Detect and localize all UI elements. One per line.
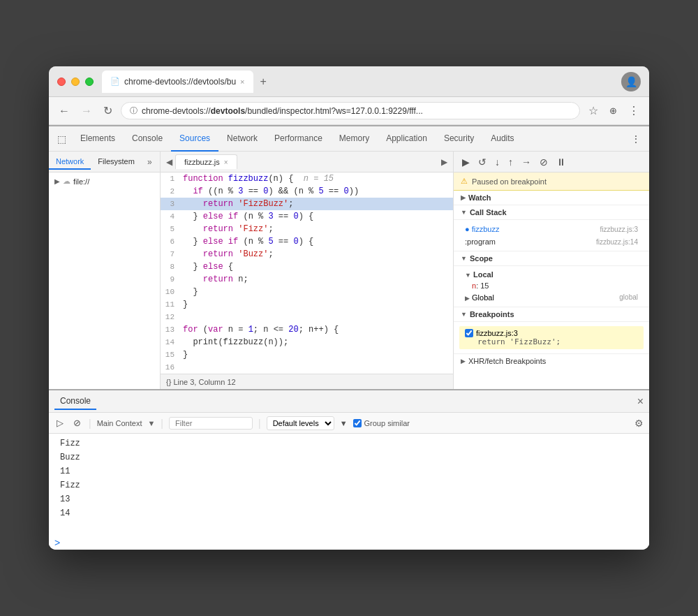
editor-tab-close-button[interactable]: × xyxy=(224,159,228,166)
breakpoints-section-header[interactable]: ▼ Breakpoints xyxy=(454,307,649,322)
xhr-section-header[interactable]: ▶ XHR/fetch Breakpoints xyxy=(454,353,649,368)
sidebar-more-button[interactable]: » xyxy=(142,154,158,170)
sources-sidebar-tabs: Network Filesystem » ⋮ xyxy=(49,152,160,173)
back-button[interactable]: ← xyxy=(56,102,73,120)
code-line-4: 4 } else if (n % 3 == 0) { xyxy=(161,210,453,223)
console-filter-input[interactable] xyxy=(169,417,253,430)
tab-title: chrome-devtools://devtools/bu xyxy=(124,77,236,87)
console-settings-button[interactable]: ⚙ xyxy=(634,418,644,429)
tree-item-label: file:// xyxy=(73,177,89,186)
call-stack-arrow-icon: ▼ xyxy=(461,209,467,216)
code-line-10: 10 } xyxy=(161,286,453,298)
tab-console[interactable]: Console xyxy=(124,126,171,152)
console-clear-button[interactable]: ▷ xyxy=(54,416,66,430)
console-output: Fizz Buzz 11 Fizz 13 14 xyxy=(49,434,649,536)
breakpoint-checkbox[interactable] xyxy=(465,329,473,337)
scope-global[interactable]: ▶ Global global xyxy=(461,291,642,304)
resume-button[interactable]: ▶ xyxy=(459,155,473,169)
minimize-button[interactable] xyxy=(71,78,80,86)
local-label: Local xyxy=(473,270,493,279)
code-line-12: 12 xyxy=(161,311,453,323)
more-tabs-button[interactable]: ⋮ xyxy=(625,126,646,151)
scope-body: ▼ Local n: 15 ▶ Global global xyxy=(454,266,649,307)
tab-memory[interactable]: Memory xyxy=(331,126,378,152)
devtools-panel: ⬚ Elements Console Sources Network Perfo… xyxy=(49,125,649,550)
sources-tree: ▶ ☁ file:// xyxy=(49,173,160,389)
sidebar-tab-filesystem[interactable]: Filesystem xyxy=(91,154,142,170)
profile-icon: 👤 xyxy=(625,76,637,87)
sidebar-tab-network[interactable]: Network xyxy=(49,154,91,170)
cursor-tool-button[interactable]: ⬚ xyxy=(52,126,72,151)
group-similar-checkbox[interactable] xyxy=(353,419,362,427)
watch-section-header[interactable]: ▶ Watch xyxy=(454,191,649,205)
cast-button[interactable]: ⊕ xyxy=(607,103,620,119)
sources-sidebar: Network Filesystem » ⋮ ▶ ☁ file:// xyxy=(49,152,161,389)
editor-back-button[interactable]: ◀ xyxy=(163,154,175,170)
tab-performance[interactable]: Performance xyxy=(266,126,331,152)
console-options-bar: ▷ ⊘ | Main Context ▼ | | Default levels … xyxy=(49,413,649,434)
breakpoint-item-1: fizzbuzz.js:3 return 'FizzBuzz'; xyxy=(459,326,644,349)
scope-label: Scope xyxy=(470,254,493,263)
console-tab[interactable]: Console xyxy=(54,393,96,410)
forward-button[interactable]: → xyxy=(78,102,95,120)
tab-network[interactable]: Network xyxy=(218,126,266,152)
scope-var-n-value: 15 xyxy=(480,281,489,290)
breakpoints-body: fizzbuzz.js:3 return 'FizzBuzz'; xyxy=(454,322,649,353)
maximize-button[interactable] xyxy=(85,78,94,86)
status-text: {} Line 3, Column 12 xyxy=(166,378,236,386)
step-over-button[interactable]: ↺ xyxy=(475,155,489,169)
xhr-label: XHR/fetch Breakpoints xyxy=(468,357,546,365)
console-level-select[interactable]: Default levels xyxy=(267,416,334,430)
tree-item-file[interactable]: ▶ ☁ file:// xyxy=(49,175,160,187)
browser-tab[interactable]: 📄 chrome-devtools://devtools/bu × xyxy=(102,71,253,93)
close-button[interactable] xyxy=(57,78,66,86)
step-into-button[interactable]: ↓ xyxy=(492,155,503,169)
step-button[interactable]: → xyxy=(519,155,534,169)
scope-section-header[interactable]: ▼ Scope xyxy=(454,251,649,266)
context-dropdown-arrow[interactable]: ▼ xyxy=(147,419,155,427)
pause-on-exceptions-button[interactable]: ⏸ xyxy=(554,155,569,169)
console-prompt[interactable]: > xyxy=(49,536,649,550)
tab-sources[interactable]: Sources xyxy=(171,126,218,152)
new-tab-button[interactable]: + xyxy=(256,71,271,92)
editor-play-button[interactable]: ▶ xyxy=(438,154,450,170)
scope-local[interactable]: ▼ Local xyxy=(461,269,642,280)
bookmark-button[interactable]: ☆ xyxy=(586,101,601,120)
call-stack-header[interactable]: ▼ Call Stack xyxy=(454,205,649,220)
breakpoint-code: return 'FizzBuzz'; xyxy=(465,337,638,346)
code-line-9: 9 return n; xyxy=(161,273,453,286)
tab-audits[interactable]: Audits xyxy=(482,126,522,152)
reload-button[interactable]: ↻ xyxy=(101,101,115,120)
tab-close-button[interactable]: × xyxy=(240,78,244,86)
deactivate-breakpoints-button[interactable]: ⊘ xyxy=(537,155,551,169)
tab-security[interactable]: Security xyxy=(436,126,482,152)
code-line-15: 15 } xyxy=(161,349,453,361)
more-menu-button[interactable]: ⋮ xyxy=(625,101,642,120)
profile-button[interactable]: 👤 xyxy=(621,72,641,91)
console-close-button[interactable]: × xyxy=(637,395,644,408)
breakpoints-arrow-icon: ▼ xyxy=(461,311,467,318)
breakpoints-label: Breakpoints xyxy=(470,310,514,318)
address-input[interactable]: ⓘ chrome-devtools://devtools/bundled/ins… xyxy=(121,102,580,119)
call-stack-item-program[interactable]: :program fizzbuzz.js:14 xyxy=(461,235,642,248)
tab-elements[interactable]: Elements xyxy=(72,126,124,152)
console-line-11: 11 xyxy=(49,464,649,478)
tab-icon: 📄 xyxy=(110,77,120,86)
editor-filename: fizzbuzz.js xyxy=(184,158,220,166)
console-line-buzz: Buzz xyxy=(49,450,649,464)
tab-application[interactable]: Application xyxy=(378,126,436,152)
code-line-8: 8 } else { xyxy=(161,261,453,273)
paused-banner: ⚠ Paused on breakpoint xyxy=(454,173,649,191)
global-value: global xyxy=(619,293,638,302)
console-line-14: 14 xyxy=(49,506,649,520)
fn-name: ● fizzbuzz xyxy=(465,225,499,233)
step-out-button[interactable]: ↑ xyxy=(505,155,516,169)
code-line-2: 2 if ((n % 3 == 0) && (n % 5 == 0)) xyxy=(161,185,453,198)
code-area[interactable]: 1 function fizzbuzz(n) { n = 15 2 if ((n… xyxy=(161,173,453,374)
fn-name-program: :program xyxy=(465,237,496,246)
editor-status-bar: {} Line 3, Column 12 xyxy=(161,374,453,389)
editor-file-tab[interactable]: fizzbuzz.js × xyxy=(175,154,237,169)
main-context-label: Main Context xyxy=(97,419,142,427)
console-no-entry-button[interactable]: ⊘ xyxy=(71,416,83,430)
call-stack-item-fizzbuzz[interactable]: ● fizzbuzz fizzbuzz.js:3 xyxy=(461,223,642,235)
